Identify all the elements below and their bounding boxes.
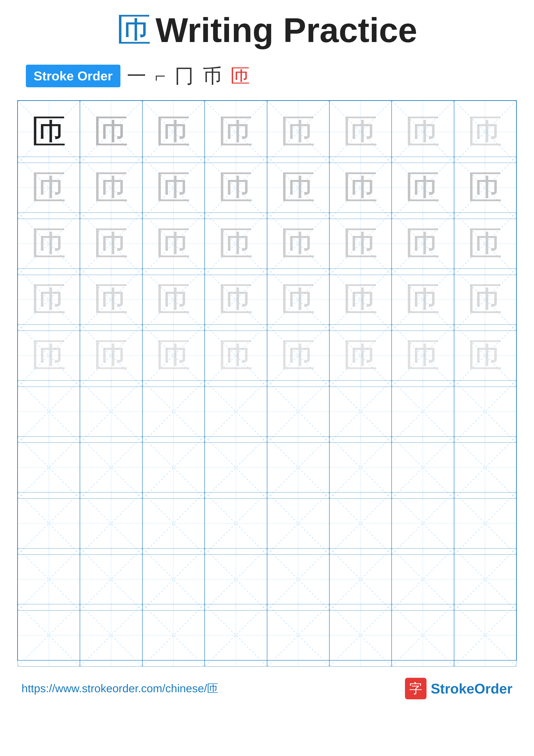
svg-line-108 xyxy=(392,437,454,499)
footer-url[interactable]: https://www.strokeorder.com/chinese/匝 xyxy=(21,681,218,696)
grid-cell[interactable] xyxy=(80,492,142,554)
grid-cell[interactable] xyxy=(329,548,392,610)
practice-grid[interactable]: 匝 匝 匝 匝 匝 匝 匝 匝 匝 匝 xyxy=(17,100,517,661)
grid-cell[interactable]: 匝 xyxy=(454,101,516,163)
grid-cell[interactable] xyxy=(18,492,80,554)
grid-cell[interactable] xyxy=(80,436,142,499)
svg-line-86 xyxy=(205,381,267,443)
grid-cell[interactable]: 匝 xyxy=(142,324,205,387)
svg-line-116 xyxy=(142,493,204,554)
grid-cell[interactable]: 匝 xyxy=(392,324,454,387)
grid-cell[interactable] xyxy=(454,492,516,554)
grid-cell[interactable]: 匝 xyxy=(329,324,392,387)
grid-cell[interactable]: 匝 xyxy=(454,269,516,331)
grid-cell[interactable]: 匝 xyxy=(205,101,267,163)
grid-cell[interactable] xyxy=(267,604,329,666)
grid-cell[interactable] xyxy=(18,604,80,666)
svg-line-150 xyxy=(205,604,267,666)
grid-cell[interactable] xyxy=(205,436,267,499)
grid-cell[interactable] xyxy=(142,380,205,443)
grid-cell[interactable]: 匝 xyxy=(142,212,205,275)
grid-cell[interactable] xyxy=(329,492,392,554)
grid-cell[interactable] xyxy=(392,380,454,443)
grid-cell[interactable] xyxy=(205,492,267,554)
grid-cell[interactable]: 匝 xyxy=(329,101,392,163)
grid-cell[interactable]: 匝 xyxy=(80,324,142,387)
grid-cell[interactable] xyxy=(205,548,267,610)
grid-cell[interactable] xyxy=(329,436,392,499)
grid-cell[interactable] xyxy=(142,604,205,666)
svg-line-99 xyxy=(80,437,142,499)
grid-cell[interactable] xyxy=(18,548,80,610)
svg-line-135 xyxy=(205,549,267,610)
grid-cell[interactable] xyxy=(454,380,516,443)
grid-cell[interactable] xyxy=(205,604,267,666)
svg-line-151 xyxy=(205,604,267,666)
grid-cell[interactable] xyxy=(142,548,205,610)
footer: https://www.strokeorder.com/chinese/匝 字 … xyxy=(17,678,517,699)
grid-cell[interactable]: 匝 xyxy=(18,101,80,163)
grid-cell[interactable] xyxy=(392,436,454,499)
grid-cell[interactable] xyxy=(18,380,80,443)
svg-line-106 xyxy=(330,437,392,499)
grid-cell[interactable] xyxy=(454,604,516,666)
grid-cell[interactable]: 匝 xyxy=(392,212,454,275)
grid-cell[interactable]: 匝 xyxy=(392,101,454,163)
grid-cell[interactable]: 匝 xyxy=(329,157,392,219)
grid-cell[interactable] xyxy=(392,492,454,554)
grid-cell[interactable]: 匝 xyxy=(454,157,516,219)
svg-line-111 xyxy=(454,437,516,499)
grid-cell[interactable] xyxy=(80,548,142,610)
grid-cell[interactable] xyxy=(329,604,392,666)
grid-cell[interactable]: 匝 xyxy=(205,324,267,387)
grid-cell[interactable] xyxy=(80,604,142,666)
grid-cell[interactable]: 匝 xyxy=(205,269,267,331)
grid-cell[interactable]: 匝 xyxy=(454,212,516,275)
grid-cell[interactable] xyxy=(267,492,329,554)
grid-cell[interactable] xyxy=(267,380,329,443)
grid-cell[interactable] xyxy=(454,548,516,610)
grid-cell[interactable]: 匝 xyxy=(80,101,142,163)
grid-cell[interactable]: 匝 xyxy=(205,212,267,275)
grid-cell[interactable]: 匝 xyxy=(142,101,205,163)
grid-cell[interactable] xyxy=(329,380,392,443)
grid-cell[interactable] xyxy=(205,380,267,443)
svg-line-87 xyxy=(205,381,267,443)
grid-cell[interactable] xyxy=(454,436,516,499)
grid-cell[interactable] xyxy=(267,436,329,499)
grid-cell[interactable] xyxy=(142,436,205,499)
grid-cell[interactable]: 匝 xyxy=(142,269,205,331)
grid-cell[interactable]: 匝 xyxy=(267,269,329,331)
grid-cell[interactable] xyxy=(142,492,205,554)
grid-cell[interactable]: 匝 xyxy=(329,269,392,331)
grid-cell[interactable]: 匝 xyxy=(267,157,329,219)
grid-cell[interactable] xyxy=(392,604,454,666)
grid-cell[interactable]: 匝 xyxy=(205,157,267,219)
grid-cell[interactable]: 匝 xyxy=(329,212,392,275)
grid-cell[interactable]: 匝 xyxy=(267,101,329,163)
svg-line-125 xyxy=(392,493,454,554)
grid-cell[interactable] xyxy=(267,548,329,610)
grid-cell[interactable]: 匝 xyxy=(142,157,205,219)
grid-cell[interactable]: 匝 xyxy=(267,324,329,387)
grid-cell[interactable]: 匝 xyxy=(18,324,80,387)
grid-cell[interactable]: 匝 xyxy=(18,157,80,219)
svg-line-157 xyxy=(392,604,454,666)
grid-cell[interactable] xyxy=(80,380,142,443)
grid-cell[interactable]: 匝 xyxy=(267,212,329,275)
grid-cell[interactable] xyxy=(18,436,80,499)
grid-cell[interactable]: 匝 xyxy=(80,212,142,275)
svg-line-152 xyxy=(267,604,329,666)
grid-cell[interactable] xyxy=(392,548,454,610)
page: 匝 Writing Practice Stroke Order 一 ⌐ 冂 币 … xyxy=(0,0,534,756)
grid-cell[interactable]: 匝 xyxy=(392,269,454,331)
grid-cell[interactable]: 匝 xyxy=(18,212,80,275)
grid-cell[interactable]: 匝 xyxy=(80,157,142,219)
grid-cell[interactable]: 匝 xyxy=(392,157,454,219)
grid-cell[interactable]: 匝 xyxy=(18,269,80,331)
grid-cell[interactable]: 匝 xyxy=(454,324,516,387)
grid-cell[interactable]: 匝 xyxy=(80,269,142,331)
svg-line-110 xyxy=(454,437,516,499)
svg-line-103 xyxy=(205,437,267,499)
page-title: Writing Practice xyxy=(156,13,417,47)
